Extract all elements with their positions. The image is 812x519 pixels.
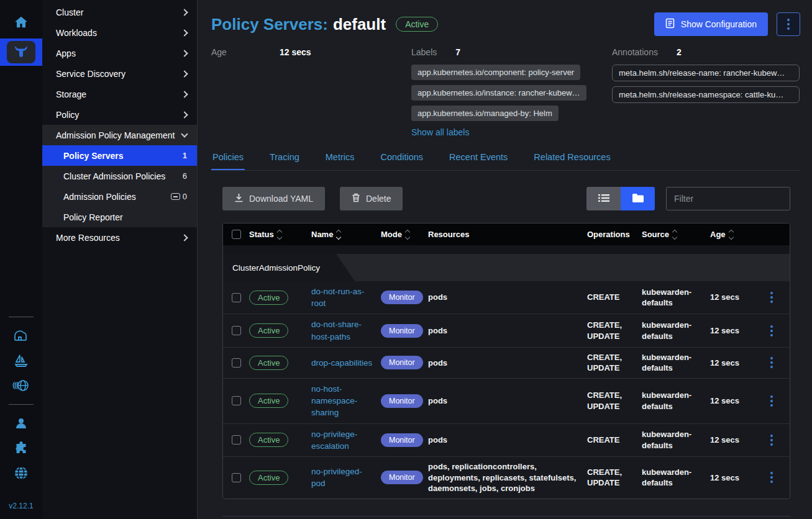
row-kebab-menu-button[interactable] [770,292,773,303]
mode-badge: Monitor [381,356,423,369]
tab-recent-events[interactable]: Recent Events [448,147,509,170]
resources-cell: pods [428,395,587,407]
column-header-age[interactable]: Age [710,230,756,239]
tab-conditions[interactable]: Conditions [380,147,425,170]
show-all-labels-link[interactable]: Show all labels [411,127,469,137]
sidebar-item-admission-policies[interactable]: Admission Policies 0 [42,186,197,207]
locale-button[interactable] [0,461,42,485]
policy-name-link[interactable]: no-privileged-pod [311,467,362,488]
sidebar-item-more-resources[interactable]: More Resources [42,227,197,248]
count-badge: 6 [183,171,187,181]
kebab-icon [770,292,773,303]
source-cell: kubewarden-defaults [642,352,710,374]
puzzle-icon [14,441,29,456]
age-cell: 12 secs [710,358,756,369]
policy-name-link[interactable]: no-host-namespace-sharing [311,384,357,417]
row-kebab-menu-button[interactable] [770,472,773,483]
trash-icon [352,193,360,204]
download-yaml-button[interactable]: Download YAML [222,187,325,210]
sort-icon [729,230,733,239]
user-menu-button[interactable] [0,411,42,436]
age-label: Age [211,47,280,57]
tab-policies[interactable]: Policies [211,147,245,170]
row-kebab-menu-button[interactable] [770,435,773,446]
label-chip: app.kubernetes.io/component: policy-serv… [411,65,580,80]
table-row: Active no-privileged-pod Monitor pods, r… [223,456,790,499]
chevron-right-icon [181,29,188,36]
group-band: ClusterAdmissionPolicy [223,254,790,281]
mode-badge: Monitor [381,324,423,338]
show-configuration-button[interactable]: Show Configuration [654,12,768,36]
app-window: v2.12.1 Cluster Workloads Apps Service D… [0,0,812,519]
column-header-source[interactable]: Source [642,230,710,239]
home-icon [13,14,29,30]
row-kebab-menu-button[interactable] [770,325,773,336]
kubewarden-app-button[interactable] [0,38,42,66]
delete-button[interactable]: Delete [340,187,403,210]
label-chip: app.kubernetes.io/instance: rancher-kube… [411,85,586,101]
policy-name-link[interactable]: no-privilege-escalation [311,430,357,451]
row-kebab-menu-button[interactable] [770,395,773,407]
sidebar-item-cluster-admission-policies[interactable]: Cluster Admission Policies 6 [42,166,197,186]
kebab-icon [770,472,773,483]
cluster-shortcut-1-button[interactable] [0,323,42,348]
select-all-checkbox[interactable] [232,230,241,239]
home-button[interactable] [0,10,42,35]
group-tab-label: ClusterAdmissionPolicy [223,254,355,281]
operations-cell: CREATE, UPDATE [587,352,642,374]
row-checkbox[interactable] [232,396,241,405]
mode-badge: Monitor [381,394,423,408]
sidebar-item-storage[interactable]: Storage [42,84,197,104]
row-checkbox[interactable] [232,435,241,445]
annotation-chip: meta.helm.sh/release-namespace: cattle-k… [612,86,800,103]
policy-name-link[interactable]: do-not-run-as-root [311,287,365,308]
annotations-label: Annotations [612,47,658,57]
chevron-right-icon [181,91,188,97]
sidebar-item-policy-servers[interactable]: Policy Servers 1 [42,145,197,166]
filter-input[interactable] [666,187,790,210]
sidebar-item-service-discovery[interactable]: Service Discovery [42,63,197,84]
table-row: Active do-not-share-host-paths Monitor p… [223,314,790,346]
mode-badge: Monitor [381,433,423,447]
cluster-shortcut-3-button[interactable] [0,373,42,398]
row-checkbox[interactable] [232,293,241,302]
sidebar-item-admission-policy-management[interactable]: Admission Policy Management [42,125,197,145]
sidebar-item-policy[interactable]: Policy [42,104,197,125]
age-cell: 12 secs [710,472,756,484]
list-view-button[interactable] [586,187,621,210]
policy-name-link[interactable]: do-not-share-host-paths [311,320,362,341]
column-header-resources[interactable]: Resources [428,230,587,239]
resource-type-label: Policy Servers: [211,15,328,34]
chevron-right-icon [181,111,188,118]
column-header-status[interactable]: Status [249,230,311,239]
main-content: Policy Servers:default Active Show Confi… [198,0,812,519]
tab-tracing[interactable]: Tracing [268,147,301,170]
sidebar-item-apps[interactable]: Apps [42,43,197,63]
table-header-row: Status Name Mode Resources [223,223,790,245]
kebab-icon [770,435,773,446]
cluster-shortcut-2-button[interactable] [0,348,42,373]
counter-icon [171,193,180,200]
sidebar-item-workloads[interactable]: Workloads [42,22,197,43]
tab-metrics[interactable]: Metrics [324,147,356,170]
sidebar-item-cluster[interactable]: Cluster [42,2,197,22]
column-header-mode[interactable]: Mode [381,230,428,239]
column-header-name[interactable]: Name [311,230,381,239]
tab-related-resources[interactable]: Related Resources [532,147,611,170]
column-header-operations[interactable]: Operations [587,230,642,239]
row-checkbox[interactable] [232,358,241,368]
sidebar-group-admission-policy-management: Admission Policy Management Policy Serve… [42,125,197,227]
list-icon [598,194,609,204]
row-checkbox[interactable] [232,326,241,335]
policy-name-link[interactable]: drop-capabilities [311,358,372,368]
sort-icon [406,230,409,239]
group-view-button[interactable] [621,187,655,210]
sidebar-item-policy-reporter[interactable]: Policy Reporter [42,207,197,227]
row-checkbox[interactable] [232,473,241,482]
extensions-button[interactable] [0,436,42,461]
kebab-icon [770,357,773,368]
header-kebab-menu-button[interactable] [777,12,800,36]
annotation-chip: meta.helm.sh/release-name: rancher-kubew… [612,65,800,81]
row-kebab-menu-button[interactable] [770,357,773,368]
globe-icon [14,466,29,481]
